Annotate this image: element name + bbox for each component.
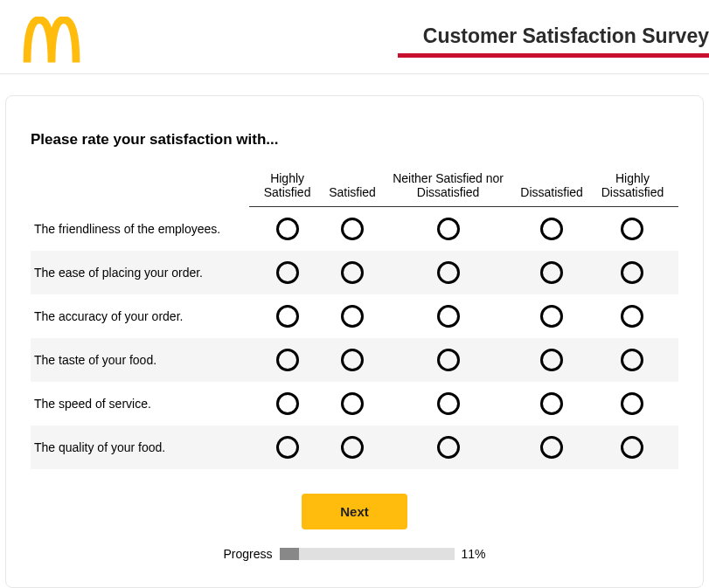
row-label: The ease of placing your order.: [31, 251, 249, 294]
radio-option[interactable]: [341, 261, 364, 284]
column-header: Highly Satisfied: [249, 166, 325, 207]
radio-option[interactable]: [540, 261, 563, 284]
footer-controls: Next Progress 11%: [31, 494, 678, 561]
radio-option[interactable]: [276, 436, 299, 459]
radio-option[interactable]: [276, 261, 299, 284]
survey-card: Please rate your satisfaction with... Hi…: [5, 95, 704, 588]
rating-table: Highly Satisfied Satisfied Neither Satis…: [31, 166, 678, 469]
row-label: The speed of service.: [31, 382, 249, 425]
column-header: Highly Dissatisfied: [587, 166, 678, 207]
radio-option[interactable]: [341, 218, 364, 240]
row-label: The accuracy of your order.: [31, 294, 249, 338]
table-row: The taste of your food.: [31, 338, 678, 382]
page-header: Customer Satisfaction Survey: [0, 0, 709, 74]
row-label: The taste of your food.: [31, 338, 249, 382]
radio-option[interactable]: [540, 305, 563, 328]
title-wrap: Customer Satisfaction Survey: [398, 24, 709, 58]
radio-option[interactable]: [621, 392, 643, 415]
radio-option[interactable]: [621, 261, 643, 284]
radio-option[interactable]: [540, 436, 563, 459]
radio-option[interactable]: [437, 261, 460, 284]
radio-option[interactable]: [437, 392, 460, 415]
column-header: Satisfied: [325, 166, 379, 207]
survey-prompt: Please rate your satisfaction with...: [31, 131, 678, 149]
table-row: The speed of service.: [31, 382, 678, 425]
radio-option[interactable]: [341, 392, 364, 415]
row-label: The friendliness of the employees.: [31, 207, 249, 252]
table-row: The accuracy of your order.: [31, 294, 678, 338]
radio-option[interactable]: [621, 436, 643, 459]
radio-option[interactable]: [437, 218, 460, 240]
row-label: The quality of your food.: [31, 425, 249, 469]
progress-fill: [280, 548, 299, 560]
radio-option[interactable]: [276, 218, 299, 240]
column-header: Dissatisfied: [517, 166, 587, 207]
radio-option[interactable]: [621, 218, 643, 240]
radio-option[interactable]: [437, 349, 460, 371]
mcdonalds-logo-icon: [21, 15, 82, 67]
column-header: Neither Satisfied nor Dissatisfied: [379, 166, 517, 207]
radio-option[interactable]: [540, 392, 563, 415]
progress-row: Progress 11%: [31, 547, 678, 561]
radio-option[interactable]: [341, 305, 364, 328]
table-row: The quality of your food.: [31, 425, 678, 469]
radio-option[interactable]: [341, 349, 364, 371]
radio-option[interactable]: [540, 218, 563, 240]
radio-option[interactable]: [621, 349, 643, 371]
radio-option[interactable]: [276, 392, 299, 415]
radio-option[interactable]: [437, 305, 460, 328]
table-row: The friendliness of the employees.: [31, 207, 678, 252]
next-button[interactable]: Next: [302, 494, 407, 529]
progress-bar: [280, 548, 455, 560]
radio-option[interactable]: [621, 305, 643, 328]
progress-label: Progress: [223, 547, 272, 561]
radio-option[interactable]: [437, 436, 460, 459]
title-underline: [398, 53, 709, 58]
radio-option[interactable]: [341, 436, 364, 459]
radio-option[interactable]: [276, 349, 299, 371]
page-title: Customer Satisfaction Survey: [398, 24, 709, 53]
table-row: The ease of placing your order.: [31, 251, 678, 294]
radio-option[interactable]: [276, 305, 299, 328]
progress-percent: 11%: [462, 547, 486, 561]
radio-option[interactable]: [540, 349, 563, 371]
